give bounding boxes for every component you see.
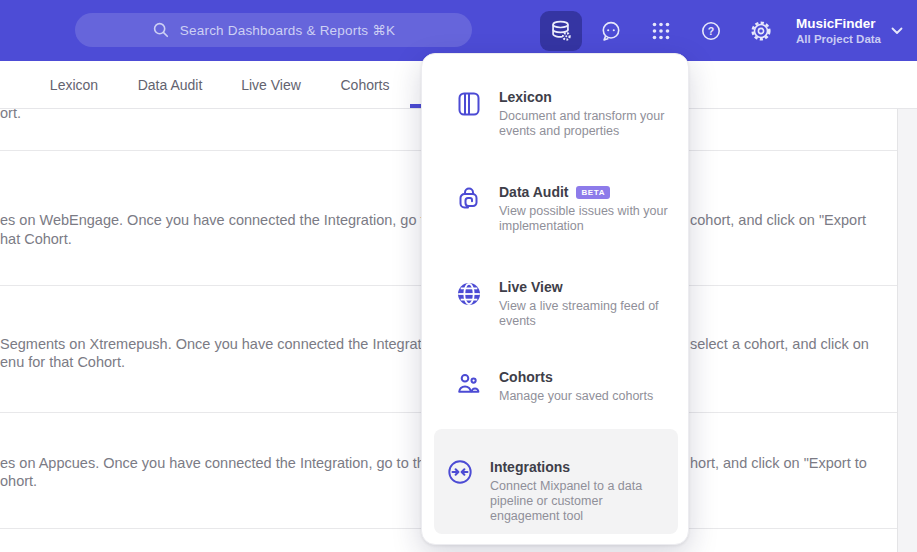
row-text-fragment: hat Cohort. xyxy=(0,230,72,248)
data-audit-seal-icon xyxy=(455,185,483,213)
beta-badge: BETA xyxy=(576,186,610,199)
chevron-down-icon xyxy=(891,27,903,35)
topbar: Search Dashboards & Reports ⌘K xyxy=(0,0,917,61)
apps-grid-button[interactable] xyxy=(640,11,682,51)
menu-item-title: Live View xyxy=(499,278,563,296)
row-text-fragment: hort, and click on "Export to xyxy=(690,454,867,472)
integrations-sync-icon xyxy=(446,458,474,486)
tab-lexicon[interactable]: Lexicon xyxy=(50,61,98,108)
menu-item-description: Connect Mixpanel to a data pipeline or c… xyxy=(490,479,668,524)
cohorts-people-icon xyxy=(455,370,483,398)
live-view-globe-icon xyxy=(455,280,483,308)
gear-icon xyxy=(750,20,772,42)
menu-item-title: Data Audit xyxy=(499,183,568,201)
apps-grid-icon xyxy=(651,21,671,41)
row-text-fragment: select a cohort, and click on xyxy=(690,335,869,353)
menu-item-integrations[interactable]: Integrations Connect Mixpanel to a data … xyxy=(434,429,678,534)
menu-item-title: Integrations xyxy=(490,458,570,476)
row-text-fragment: es on Appcues. Once you have connected t… xyxy=(0,454,449,472)
row-text-fragment: ohort. xyxy=(0,472,37,490)
row-text-fragment: enu for that Cohort. xyxy=(0,353,125,371)
menu-item-data-audit[interactable]: Data Audit BETA View possible issues wit… xyxy=(455,183,676,234)
menu-item-description: View a live streaming feed of events xyxy=(499,299,677,329)
menu-item-cohorts[interactable]: Cohorts Manage your saved cohorts xyxy=(455,368,676,404)
menu-item-description: Document and transform your events and p… xyxy=(499,109,677,139)
menu-item-description: View possible issues with your implement… xyxy=(499,204,677,234)
menu-item-live-view[interactable]: Live View View a live streaming feed of … xyxy=(455,278,676,329)
data-management-button[interactable] xyxy=(540,11,582,51)
row-text-fragment: es on WebEngage. Once you have connected… xyxy=(0,211,457,229)
help-icon: ? xyxy=(700,20,722,42)
row-text-fragment: Segments on Xtremepush. Once you have co… xyxy=(0,335,445,353)
scrollbar-track[interactable] xyxy=(897,108,917,552)
svg-text:?: ? xyxy=(708,25,714,37)
project-switcher[interactable]: MusicFinder All Project Data xyxy=(796,15,903,46)
tab-cohorts[interactable]: Cohorts xyxy=(340,61,389,108)
data-management-menu: Lexicon Document and transform your even… xyxy=(421,53,689,545)
menu-item-lexicon[interactable]: Lexicon Document and transform your even… xyxy=(455,88,676,139)
database-gear-icon xyxy=(549,19,573,43)
feedback-smiley-icon xyxy=(600,20,622,42)
search-placeholder: Search Dashboards & Reports ⌘K xyxy=(180,22,395,38)
menu-item-description: Manage your saved cohorts xyxy=(499,389,677,404)
lexicon-book-icon xyxy=(455,90,483,118)
menu-item-title: Cohorts xyxy=(499,368,553,386)
search-icon xyxy=(152,21,170,39)
project-subtitle: All Project Data xyxy=(796,32,881,46)
project-name: MusicFinder xyxy=(796,15,881,32)
menu-item-title: Lexicon xyxy=(499,88,552,106)
settings-button[interactable] xyxy=(740,11,782,51)
tab-data-audit[interactable]: Data Audit xyxy=(138,61,203,108)
app-root: Search Dashboards & Reports ⌘K xyxy=(0,0,917,552)
tab-live-view[interactable]: Live View xyxy=(241,61,301,108)
help-button[interactable]: ? xyxy=(690,11,732,51)
feedback-button[interactable] xyxy=(590,11,632,51)
topbar-actions: ? MusicFinder All Project Data xyxy=(540,0,903,61)
search-input[interactable]: Search Dashboards & Reports ⌘K xyxy=(75,13,472,47)
row-text-fragment: cohort, and click on "Export xyxy=(690,211,866,229)
